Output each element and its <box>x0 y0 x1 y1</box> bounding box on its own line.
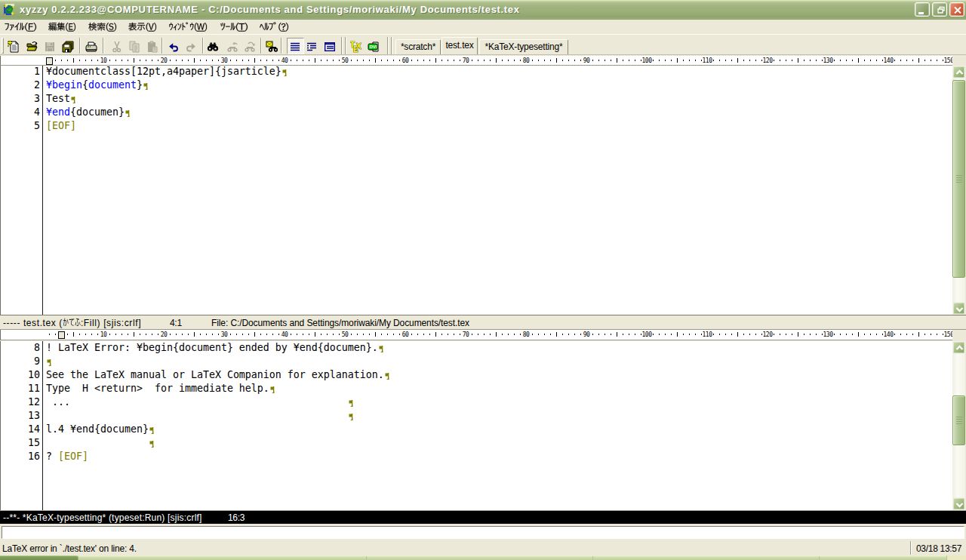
scrollbar-bottom-pane-thumb[interactable] <box>952 395 965 445</box>
preview-dvi-button[interactable]: DVI <box>365 38 382 55</box>
ruler-dot <box>291 334 291 335</box>
menu-item[interactable]: ツール(T) <box>220 22 248 33</box>
buffer-list-mode-button[interactable] <box>287 38 303 55</box>
ruler-dot <box>67 334 68 335</box>
buffer-tab[interactable]: test.tex <box>441 37 478 55</box>
ruler-dot <box>441 334 442 335</box>
cut-button[interactable] <box>109 38 125 55</box>
paste-button[interactable] <box>144 38 161 55</box>
find-button[interactable] <box>205 38 221 55</box>
ruler-tick <box>918 332 919 337</box>
ruler-tick <box>677 332 678 337</box>
ruler-dot <box>97 60 98 61</box>
fold-lines-mode-button[interactable] <box>303 38 320 55</box>
ruler-dot <box>170 60 171 61</box>
find-next-button[interactable] <box>242 38 258 55</box>
text-segment-p: ! LaTeX Error: ¥begin{document} ended by… <box>46 342 378 353</box>
save-button[interactable] <box>42 38 58 55</box>
ruler-dot <box>369 60 370 61</box>
title-bar[interactable]: xyzzy 0.2.2.233@COMPUTERNAME - C:/Docume… <box>0 0 966 20</box>
menu-item[interactable]: 表示(V) <box>128 22 157 33</box>
ruler-dot <box>441 60 442 61</box>
save-all-button[interactable] <box>60 38 76 55</box>
ruler-dot <box>152 60 152 61</box>
ruler-dot <box>683 60 684 61</box>
modeline-cursor-position: 16:3 <box>228 512 245 523</box>
scrollbar-top-pane-thumb[interactable] <box>952 80 965 278</box>
open-file-button[interactable] <box>24 38 41 55</box>
ruler-dot <box>906 334 907 335</box>
find-previous-button[interactable] <box>223 38 240 55</box>
ruler-dot <box>731 60 732 61</box>
text-segment-p: l.4 ¥end{documen} <box>46 423 149 435</box>
ruler-dot <box>580 334 581 335</box>
taskbar-active-button[interactable] <box>0 555 78 560</box>
ruler-dot <box>381 334 382 335</box>
ruler-dot <box>635 60 635 61</box>
ruler-dot <box>611 60 611 61</box>
window-title: xyzzy 0.2.2.233@COMPUTERNAME - C:/Docume… <box>20 4 520 15</box>
print-button[interactable] <box>83 38 100 55</box>
ruler-dot <box>109 60 110 61</box>
editor-top-pane[interactable]: 1¥documentclass[12pt,a4paper]{jsarticle}… <box>0 66 952 315</box>
ruler-number: 150 <box>944 331 952 339</box>
ruler-bottom-pane: 102030405060708090100110120130140150 <box>0 330 952 340</box>
line-number: 5 <box>1 119 40 133</box>
fold-window-mode-button[interactable] <box>321 38 338 55</box>
ruler-dot <box>605 334 605 335</box>
ruler-dot <box>85 60 86 61</box>
redo-button[interactable] <box>183 38 199 55</box>
ruler-dot <box>260 60 261 61</box>
scrollbar-top-pane-down-button[interactable] <box>952 302 965 315</box>
ruler-number: 30 <box>221 57 228 65</box>
ruler-dot <box>876 60 877 61</box>
typeset-tex-button[interactable]: TEX <box>348 38 365 55</box>
scrollbar-bottom-pane-down-button[interactable] <box>952 497 965 510</box>
ruler-tick <box>617 58 617 63</box>
menu-item[interactable]: 編集(E) <box>48 22 76 33</box>
newline-mark-icon <box>379 346 383 353</box>
ruler-dot <box>755 60 756 61</box>
ruler-dot <box>719 334 720 335</box>
editor-bottom-pane[interactable]: 8! LaTeX Error: ¥begin{document} ended b… <box>0 341 952 511</box>
close-button[interactable] <box>949 2 964 17</box>
new-file-button[interactable] <box>5 38 22 55</box>
menu-item[interactable]: 検索(S) <box>88 22 117 33</box>
ruler-dot <box>297 60 297 61</box>
ruler-tick <box>496 332 497 337</box>
undo-button[interactable] <box>165 38 182 55</box>
ruler-dot <box>291 60 291 61</box>
text-segment-kw: ¥begin <box>46 79 82 91</box>
newline-mark-icon <box>149 427 154 435</box>
ruler-tick <box>496 58 497 63</box>
ruler-number: 70 <box>463 331 469 339</box>
find-in-files-button[interactable] <box>263 38 280 55</box>
ruler-dot <box>484 60 485 61</box>
minibuffer-input[interactable] <box>2 526 964 539</box>
ruler-dot <box>713 60 714 61</box>
line-text <box>46 436 154 450</box>
buffer-tab[interactable]: *scratch* <box>395 39 441 55</box>
scrollbar-top-pane-up-button[interactable] <box>952 66 965 78</box>
toolbar-grip[interactable] <box>2 38 4 54</box>
minimize-button[interactable] <box>915 2 930 17</box>
ruler-dot <box>876 334 877 335</box>
ruler-dot <box>834 334 835 335</box>
ruler-dot <box>429 60 430 61</box>
buffer-tab[interactable]: *KaTeX-typesetting* <box>479 39 568 55</box>
ruler-number: 80 <box>523 57 530 65</box>
ruler-dot <box>834 60 835 61</box>
menu-item[interactable]: ファイル(F) <box>5 22 37 33</box>
copy-button[interactable] <box>126 38 143 55</box>
ruler-number: 140 <box>884 331 894 339</box>
ruler-dot <box>411 60 412 61</box>
menu-item[interactable]: ヘルプ(?) <box>260 22 289 33</box>
ruler-dot <box>417 334 418 335</box>
menu-item[interactable]: ウィンドウ(W) <box>169 22 208 33</box>
restore-button[interactable] <box>932 2 947 17</box>
ruler-dot <box>689 60 690 61</box>
ruler-dot <box>906 60 907 61</box>
scrollbar-bottom-pane-up-button[interactable] <box>952 341 965 354</box>
ruler-dot <box>544 334 545 335</box>
ruler-dot <box>423 334 424 335</box>
